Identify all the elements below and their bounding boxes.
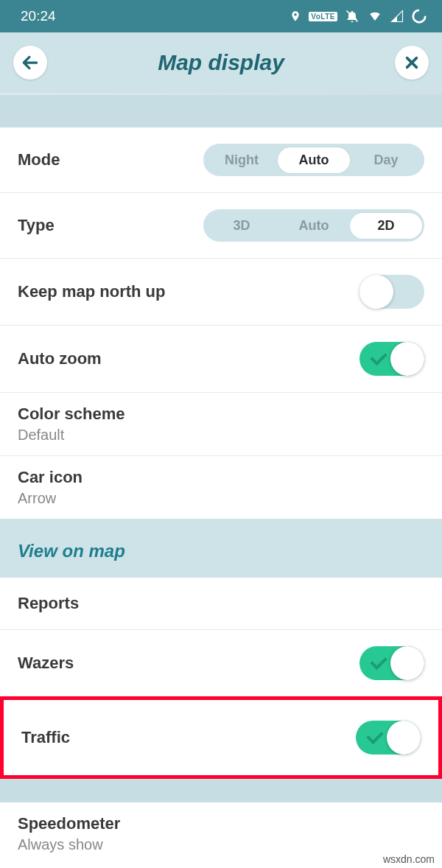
auto-zoom-toggle[interactable] (359, 342, 424, 376)
notifications-off-icon (345, 9, 359, 24)
view-on-map-section: Reports Wazers (0, 578, 442, 696)
traffic-row[interactable]: Traffic (4, 700, 438, 775)
wazers-label: Wazers (18, 654, 359, 673)
watermark: wsxdn.com (383, 853, 435, 865)
arrow-left-icon (21, 53, 40, 72)
traffic-toggle[interactable] (356, 721, 421, 755)
svg-point-1 (413, 10, 426, 23)
auto-zoom-label: Auto zoom (18, 349, 359, 368)
type-option-auto[interactable]: Auto (278, 213, 350, 239)
keep-north-label: Keep map north up (18, 282, 359, 301)
page-header: Map display (0, 32, 442, 93)
type-option-2d[interactable]: 2D (350, 213, 422, 239)
type-segmented[interactable]: 3D Auto 2D (203, 209, 424, 242)
close-icon (404, 55, 420, 71)
keep-north-row[interactable]: Keep map north up (0, 259, 442, 326)
volte-icon: VoLTE (309, 12, 337, 21)
color-scheme-value: Default (18, 427, 64, 444)
type-row: Type 3D Auto 2D (0, 193, 442, 259)
speedometer-section: Speedometer Always show (0, 802, 442, 865)
car-icon-row[interactable]: Car icon Arrow (0, 456, 442, 519)
mode-option-auto[interactable]: Auto (278, 147, 350, 173)
reports-label: Reports (18, 594, 424, 613)
mode-segmented[interactable]: Night Auto Day (203, 144, 424, 176)
wifi-icon (367, 10, 383, 23)
traffic-highlight: Traffic (0, 696, 442, 779)
mode-label: Mode (18, 150, 203, 169)
speedometer-label: Speedometer (18, 814, 120, 833)
type-label: Type (18, 216, 203, 235)
wazers-toggle[interactable] (359, 646, 424, 680)
reports-row[interactable]: Reports (0, 578, 442, 630)
close-button[interactable] (395, 46, 429, 80)
back-button[interactable] (13, 46, 47, 80)
mode-option-day[interactable]: Day (350, 147, 422, 173)
color-scheme-row[interactable]: Color scheme Default (0, 393, 442, 456)
traffic-label: Traffic (21, 728, 356, 747)
view-on-map-header: View on map (0, 519, 442, 578)
speedometer-value: Always show (18, 836, 103, 853)
keep-north-toggle[interactable] (359, 275, 424, 309)
type-option-3d[interactable]: 3D (206, 213, 278, 239)
status-clock: 20:24 (21, 8, 56, 24)
car-icon-label: Car icon (18, 468, 83, 487)
wazers-row[interactable]: Wazers (0, 630, 442, 696)
location-icon (290, 10, 301, 22)
mode-option-night[interactable]: Night (206, 147, 278, 173)
page-title: Map display (47, 50, 395, 75)
mode-row: Mode Night Auto Day (0, 127, 442, 193)
signal-icon (390, 10, 404, 23)
auto-zoom-row[interactable]: Auto zoom (0, 326, 442, 393)
color-scheme-label: Color scheme (18, 405, 125, 424)
speedometer-row[interactable]: Speedometer Always show (0, 802, 442, 865)
display-settings-section: Mode Night Auto Day Type 3D Auto 2D Keep… (0, 127, 442, 519)
loading-spinner-icon (411, 8, 427, 24)
status-icons: VoLTE (290, 8, 427, 24)
car-icon-value: Arrow (18, 490, 56, 507)
status-bar: 20:24 VoLTE (0, 0, 442, 32)
